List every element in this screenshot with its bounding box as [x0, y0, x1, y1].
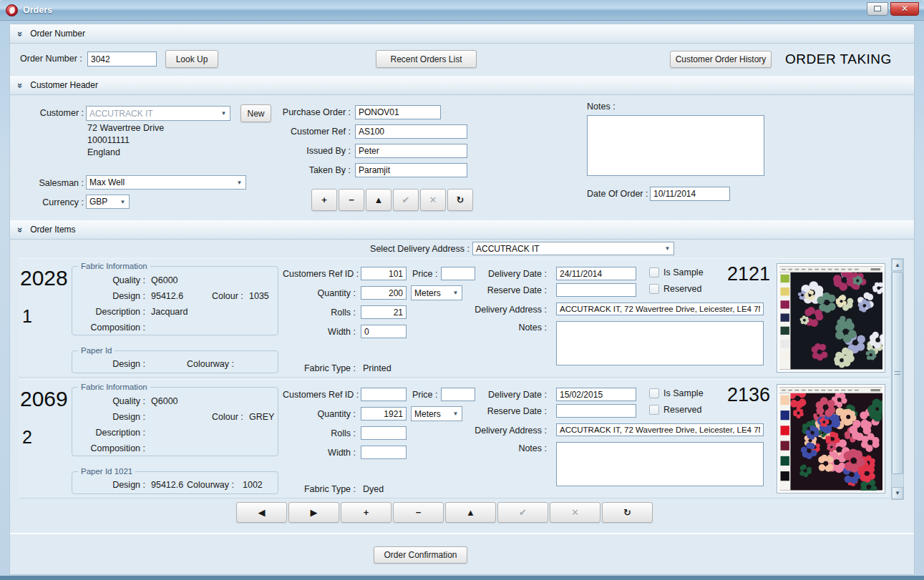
orders-window: Orders ✕ » Order Number Order Number : L… — [0, 0, 924, 580]
reserved-label: Reserved — [663, 405, 702, 415]
price-input[interactable] — [441, 267, 475, 280]
look-up-button[interactable]: Look Up — [165, 50, 218, 68]
delete-record-button[interactable]: − — [339, 189, 364, 211]
minimize-button[interactable] — [867, 2, 888, 16]
customer-address-line1: 72 Wavertree Drive — [87, 123, 164, 133]
delete-record-button[interactable]: − — [393, 502, 444, 523]
fabric-information-legend: Fabric Information — [78, 262, 150, 270]
order-number-input[interactable] — [87, 51, 157, 67]
recent-orders-list-button[interactable]: Recent Orders List — [376, 50, 477, 68]
section-order-items[interactable]: » Order Items — [10, 220, 914, 240]
reserved-checkbox[interactable]: Reserved — [649, 405, 702, 415]
scrollbar-thumb[interactable] — [892, 272, 903, 474]
quality-value: Q6000 — [151, 396, 178, 406]
item-notes-textarea[interactable] — [556, 321, 764, 365]
order-item-row: 2069 2 Fabric Information Quality : Q600… — [19, 379, 890, 498]
scroll-down-icon[interactable]: ▼ — [892, 487, 903, 499]
delivery-address-label: Delivery Address : — [462, 426, 547, 436]
order-confirmation-button[interactable]: Order Confirmation — [374, 546, 467, 564]
rolls-input[interactable] — [361, 305, 407, 319]
quantity-input[interactable] — [361, 407, 407, 421]
prev-record-button[interactable]: ◀ — [236, 502, 287, 523]
purchase-order-input[interactable] — [355, 105, 441, 119]
unit-value: Meters — [414, 288, 441, 298]
collapse-chevron-icon: » — [15, 82, 26, 87]
salesman-value: Max Well — [89, 177, 125, 187]
section-order-number-label: Order Number — [30, 29, 85, 39]
width-label: Width : — [283, 327, 356, 337]
colour-value: GREY — [249, 412, 274, 422]
items-scrollbar[interactable]: ▲ ▼ — [891, 258, 904, 500]
collapse-chevron-icon: » — [15, 31, 26, 36]
item-row-index: 2 — [22, 427, 32, 448]
is-sample-label: Is Sample — [663, 388, 704, 398]
design-number: 2136 — [727, 384, 770, 406]
checkbox-icon — [649, 284, 659, 294]
customers-ref-id-input[interactable] — [361, 388, 407, 401]
fabric-image[interactable] — [777, 384, 885, 493]
fabric-pattern-image — [779, 266, 882, 370]
checkbox-icon — [649, 405, 659, 415]
delivery-date-input[interactable] — [556, 388, 636, 401]
move-up-record-button[interactable]: ▲ — [445, 502, 496, 523]
taken-by-label: Taken By : — [279, 165, 351, 175]
app-icon — [6, 4, 18, 16]
issued-by-input[interactable] — [355, 144, 467, 158]
colour-value: 1035 — [249, 291, 269, 301]
next-record-button[interactable]: ▶ — [288, 502, 339, 523]
notes-label: Notes : — [587, 102, 616, 112]
delivery-address-input[interactable] — [556, 423, 764, 436]
unit-combobox[interactable]: Meters ▼ — [411, 285, 462, 300]
reserve-date-input[interactable] — [556, 404, 636, 418]
select-delivery-address-combobox[interactable]: ACCUTRACK IT ▼ — [472, 242, 674, 255]
order-items-list: 2028 1 Fabric Information Quality : Q600… — [19, 258, 890, 500]
scrollbar-grip-icon — [895, 371, 900, 375]
fabric-image[interactable] — [777, 263, 885, 373]
delivery-address-input[interactable] — [556, 303, 764, 315]
section-customer-header[interactable]: » Customer Header — [10, 76, 914, 95]
add-record-button[interactable]: + — [341, 502, 392, 523]
is-sample-checkbox[interactable]: Is Sample — [649, 267, 704, 277]
width-input[interactable] — [361, 446, 407, 459]
customer-address-line3: England — [87, 147, 120, 157]
item-notes-label: Notes : — [477, 323, 547, 333]
width-input[interactable] — [361, 325, 407, 338]
customers-ref-id-input[interactable] — [361, 267, 407, 280]
refresh-record-button[interactable]: ↻ — [602, 502, 653, 523]
new-customer-button[interactable]: New — [240, 104, 271, 122]
currency-combobox[interactable]: GBP ▼ — [86, 195, 130, 209]
select-delivery-address-label: Select Delivery Address : — [354, 244, 470, 254]
reserve-date-input[interactable] — [556, 283, 636, 297]
customer-combobox[interactable]: ACCUTRACK IT ▼ — [86, 106, 230, 121]
quantity-input[interactable] — [361, 286, 407, 300]
reserved-label: Reserved — [663, 284, 702, 294]
customer-ref-input[interactable] — [355, 124, 467, 139]
customer-order-history-button[interactable]: Customer Order History — [670, 51, 772, 68]
item-notes-textarea[interactable] — [556, 442, 764, 486]
refresh-record-button[interactable]: ↻ — [447, 189, 473, 211]
taken-by-input[interactable] — [355, 163, 467, 177]
salesman-combobox[interactable]: Max Well ▼ — [86, 175, 246, 190]
add-record-button[interactable]: + — [311, 189, 337, 211]
fabric-type-label: Fabric Type : — [283, 363, 356, 373]
delivery-date-input[interactable] — [556, 267, 636, 280]
fabric-type-label: Fabric Type : — [283, 484, 356, 494]
close-button[interactable]: ✕ — [890, 2, 919, 16]
paper-design-label: Design : — [79, 359, 145, 369]
issued-by-label: Issued By : — [279, 146, 351, 156]
title-bar: Orders ✕ — [0, 0, 924, 21]
reserved-checkbox[interactable]: Reserved — [649, 284, 702, 294]
rolls-input[interactable] — [361, 426, 407, 440]
unit-combobox[interactable]: Meters ▼ — [411, 406, 462, 421]
customer-ref-label: Customer Ref : — [279, 127, 351, 137]
order-taking-heading: ORDER TAKING — [785, 51, 892, 67]
date-of-order-input[interactable] — [650, 187, 730, 201]
is-sample-checkbox[interactable]: Is Sample — [649, 388, 704, 398]
section-order-number[interactable]: » Order Number — [10, 24, 914, 44]
move-up-record-button[interactable]: ▲ — [366, 189, 392, 211]
order-notes-textarea[interactable] — [587, 115, 764, 176]
scroll-up-icon[interactable]: ▲ — [892, 259, 903, 271]
price-input[interactable] — [441, 388, 475, 401]
colourway-value: 1002 — [243, 480, 263, 490]
order-number-label: Order Number : — [20, 54, 82, 64]
